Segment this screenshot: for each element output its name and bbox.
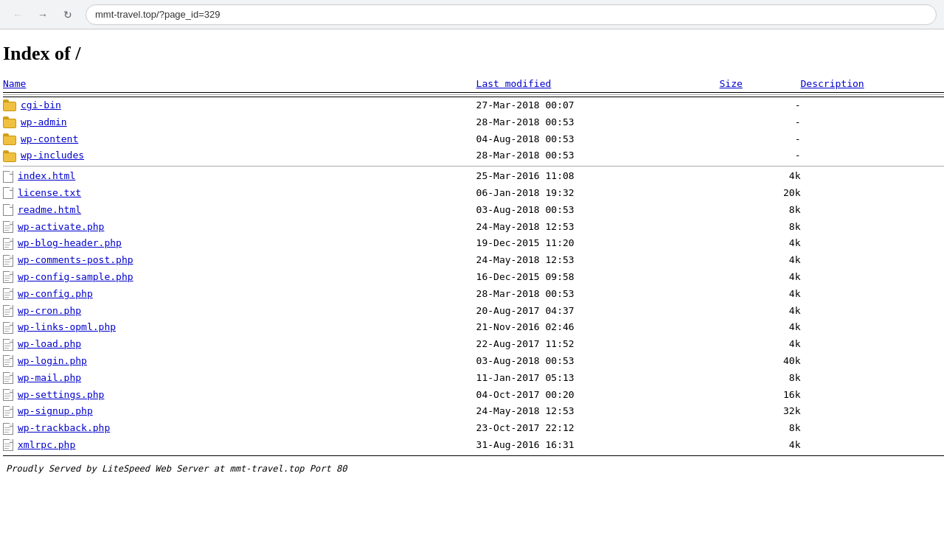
file-desc-cell (801, 114, 944, 131)
file-icon (3, 204, 13, 216)
file-desc-cell (801, 336, 944, 353)
col-desc-header: Description (801, 77, 944, 93)
file-name-cell: wp-config-sample.php (3, 269, 476, 286)
file-link[interactable]: wp-signup.php (3, 404, 476, 419)
file-name-cell: readme.html (3, 202, 476, 219)
file-desc-cell (801, 252, 944, 269)
file-desc-cell (801, 97, 944, 114)
file-link[interactable]: xmlrpc.php (3, 438, 476, 453)
script-icon (3, 221, 13, 233)
file-name-text: wp-blog-header.php (18, 236, 122, 251)
file-name-text: wp-config-sample.php (18, 270, 133, 285)
file-name-cell: wp-settings.php (3, 387, 476, 404)
file-name-text: cgi-bin (21, 98, 61, 113)
file-link[interactable]: wp-blog-header.php (3, 236, 476, 251)
file-link[interactable]: readme.html (3, 203, 476, 218)
script-icon (3, 238, 13, 250)
file-size-cell: 16k (720, 387, 801, 404)
file-name-text: xmlrpc.php (18, 438, 75, 453)
file-link[interactable]: cgi-bin (3, 98, 476, 113)
file-date-cell: 03-Aug-2018 00:53 (476, 353, 720, 370)
file-link[interactable]: wp-activate.php (3, 220, 476, 235)
file-name-cell: wp-links-opml.php (3, 319, 476, 336)
file-date-cell: 16-Dec-2015 09:58 (476, 269, 720, 286)
nav-buttons: ← → ↻ (7, 4, 78, 25)
file-link[interactable]: wp-settings.php (3, 388, 476, 403)
file-table: Name Last modified Size Description (3, 77, 944, 454)
file-link[interactable]: wp-includes (3, 148, 476, 164)
name-sort-link[interactable]: Name (3, 78, 26, 89)
file-name-cell: wp-load.php (3, 336, 476, 353)
file-size-cell: 20k (720, 185, 801, 202)
forward-button[interactable]: → (32, 4, 53, 25)
file-list-body: cgi-bin27-Mar-2018 00:07- wp-admin28-Mar… (3, 97, 944, 454)
address-bar[interactable] (86, 4, 937, 25)
file-icon (3, 187, 13, 199)
file-desc-cell (801, 269, 944, 286)
table-header-row: Name Last modified Size Description (3, 77, 944, 93)
table-row: wp-blog-header.php19-Dec-2015 11:204k (3, 235, 944, 252)
file-name-cell: wp-trackback.php (3, 420, 476, 437)
file-size-cell: - (720, 114, 801, 131)
file-size-cell: 8k (720, 202, 801, 219)
script-icon (3, 288, 13, 300)
table-row: wp-mail.php11-Jan-2017 05:138k (3, 370, 944, 387)
script-icon (3, 423, 13, 435)
file-link[interactable]: wp-comments-post.php (3, 253, 476, 268)
file-size-cell: 4k (720, 336, 801, 353)
file-link[interactable]: wp-load.php (3, 337, 476, 352)
file-date-cell: 03-Aug-2018 00:53 (476, 202, 720, 219)
script-icon (3, 372, 13, 384)
file-link[interactable]: wp-config.php (3, 287, 476, 302)
file-name-cell: wp-signup.php (3, 403, 476, 420)
table-row: wp-config-sample.php16-Dec-2015 09:584k (3, 269, 944, 286)
script-icon (3, 389, 13, 401)
file-size-cell: 8k (720, 370, 801, 387)
table-row: wp-cron.php20-Aug-2017 04:374k (3, 303, 944, 320)
file-size-cell: 4k (720, 303, 801, 320)
table-row: wp-load.php22-Aug-2017 11:524k (3, 336, 944, 353)
file-desc-cell (801, 387, 944, 404)
table-row: cgi-bin27-Mar-2018 00:07- (3, 97, 944, 114)
file-desc-cell (801, 235, 944, 252)
file-desc-cell (801, 403, 944, 420)
file-name-text: wp-activate.php (18, 220, 104, 235)
file-link[interactable]: wp-cron.php (3, 304, 476, 319)
file-name-cell: wp-config.php (3, 286, 476, 303)
page-content: Index of / Name Last modified Size Descr… (0, 29, 944, 481)
file-date-cell: 28-Mar-2018 00:53 (476, 147, 720, 164)
file-link[interactable]: wp-mail.php (3, 371, 476, 386)
refresh-button[interactable]: ↻ (58, 4, 78, 25)
file-date-cell: 28-Mar-2018 00:53 (476, 114, 720, 131)
file-name-text: wp-comments-post.php (18, 253, 133, 268)
file-link[interactable]: wp-links-opml.php (3, 320, 476, 335)
file-name-cell: index.html (3, 168, 476, 185)
file-size-cell: 8k (720, 420, 801, 437)
desc-sort-link[interactable]: Description (801, 78, 864, 89)
file-name-cell: wp-mail.php (3, 370, 476, 387)
file-name-cell: xmlrpc.php (3, 437, 476, 454)
file-desc-cell (801, 303, 944, 320)
file-link[interactable]: wp-config-sample.php (3, 270, 476, 285)
size-sort-link[interactable]: Size (720, 78, 743, 89)
file-size-cell: 4k (720, 437, 801, 454)
file-link[interactable]: wp-trackback.php (3, 421, 476, 436)
table-row: license.txt06-Jan-2018 19:3220k (3, 185, 944, 202)
back-button[interactable]: ← (7, 4, 28, 25)
file-name-text: wp-load.php (18, 337, 81, 352)
table-row: wp-signup.php24-May-2018 12:5332k (3, 403, 944, 420)
file-link[interactable]: wp-login.php (3, 354, 476, 369)
file-date-cell: 31-Aug-2016 16:31 (476, 437, 720, 454)
file-link[interactable]: index.html (3, 169, 476, 184)
file-name-text: index.html (18, 169, 75, 184)
date-sort-link[interactable]: Last modified (476, 78, 552, 89)
file-link[interactable]: license.txt (3, 186, 476, 201)
file-name-cell: wp-content (3, 131, 476, 148)
table-row: wp-login.php03-Aug-2018 00:5340k (3, 353, 944, 370)
file-name-cell: wp-login.php (3, 353, 476, 370)
file-icon (3, 171, 13, 183)
table-row: xmlrpc.php31-Aug-2016 16:314k (3, 437, 944, 454)
file-link[interactable]: wp-admin (3, 115, 476, 130)
file-date-cell: 19-Dec-2015 11:20 (476, 235, 720, 252)
file-link[interactable]: wp-content (3, 132, 476, 147)
